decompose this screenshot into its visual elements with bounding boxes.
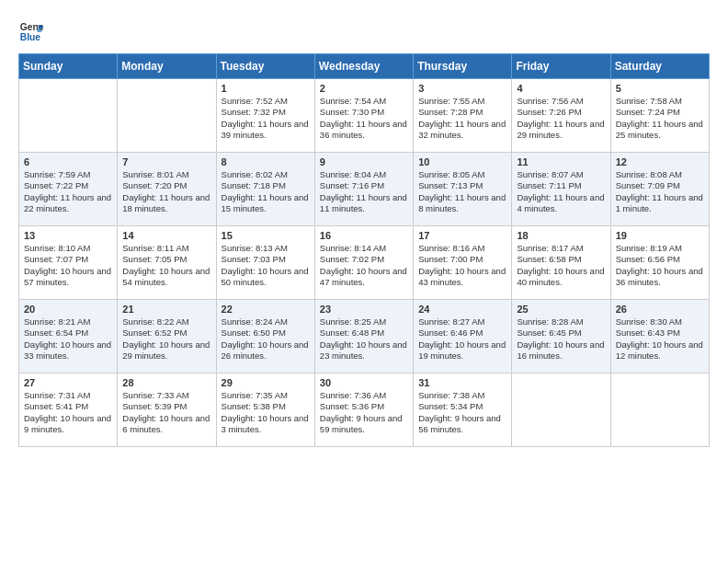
cell-content: Sunset: 7:03 PM [222, 254, 310, 265]
cell-content: Sunset: 7:05 PM [122, 254, 210, 265]
day-number: 5 [616, 83, 704, 94]
cell-content: Sunset: 5:34 PM [418, 401, 506, 412]
calendar-cell: 22Sunrise: 8:24 AMSunset: 6:50 PMDayligh… [216, 300, 314, 373]
day-number: 29 [222, 377, 310, 388]
calendar-cell: 8Sunrise: 8:02 AMSunset: 7:18 PMDaylight… [216, 153, 314, 226]
calendar-cell: 3Sunrise: 7:55 AMSunset: 7:28 PMDaylight… [414, 79, 512, 153]
day-header-friday: Friday [512, 54, 610, 79]
day-number: 19 [616, 230, 704, 241]
cell-content: Sunrise: 8:24 AM [222, 316, 310, 327]
day-number: 6 [24, 156, 112, 167]
cell-content: Daylight: 11 hours and 29 minutes. [517, 119, 605, 142]
day-number: 1 [222, 83, 310, 94]
cell-content: Daylight: 10 hours and 9 minutes. [24, 413, 112, 436]
cell-content: Sunrise: 8:28 AM [517, 316, 605, 327]
cell-content: Sunrise: 8:27 AM [418, 316, 506, 327]
cell-content: Sunset: 7:16 PM [320, 180, 408, 191]
day-header-wednesday: Wednesday [314, 54, 413, 79]
calendar-cell [512, 373, 610, 447]
day-number: 26 [616, 304, 704, 315]
calendar-cell: 4Sunrise: 7:56 AMSunset: 7:26 PMDaylight… [512, 79, 610, 153]
cell-content: Daylight: 10 hours and 12 minutes. [616, 339, 704, 362]
cell-content: Sunset: 7:13 PM [418, 180, 506, 191]
calendar-cell: 18Sunrise: 8:17 AMSunset: 6:58 PMDayligh… [512, 226, 610, 300]
cell-content: Sunset: 7:11 PM [517, 180, 605, 191]
cell-content: Daylight: 10 hours and 29 minutes. [122, 339, 210, 362]
cell-content: Daylight: 10 hours and 26 minutes. [222, 339, 310, 362]
cell-content: Sunset: 6:52 PM [122, 327, 210, 339]
cell-content: Sunrise: 7:31 AM [24, 390, 112, 401]
cell-content: Daylight: 11 hours and 1 minute. [616, 192, 704, 215]
cell-content: Sunrise: 8:25 AM [320, 316, 408, 327]
cell-content: Daylight: 11 hours and 8 minutes. [418, 192, 506, 215]
cell-content: Sunset: 6:50 PM [222, 327, 310, 339]
calendar-header-row: SundayMondayTuesdayWednesdayThursdayFrid… [19, 54, 710, 79]
cell-content: Daylight: 11 hours and 18 minutes. [122, 192, 210, 215]
calendar-cell: 28Sunrise: 7:33 AMSunset: 5:39 PMDayligh… [118, 373, 216, 447]
cell-content: Sunrise: 8:13 AM [222, 243, 310, 254]
day-number: 27 [24, 377, 112, 388]
calendar-cell: 9Sunrise: 8:04 AMSunset: 7:16 PMDaylight… [314, 153, 413, 226]
calendar-cell: 31Sunrise: 7:38 AMSunset: 5:34 PMDayligh… [414, 373, 512, 447]
day-number: 18 [517, 230, 605, 241]
cell-content: Sunset: 7:28 PM [418, 107, 506, 118]
day-number: 2 [320, 83, 408, 94]
cell-content: Sunset: 7:18 PM [222, 180, 310, 191]
cell-content: Sunset: 6:58 PM [517, 254, 605, 265]
cell-content: Sunset: 5:39 PM [122, 401, 210, 412]
day-number: 11 [517, 156, 605, 167]
cell-content: Sunrise: 8:16 AM [418, 243, 506, 254]
calendar-cell: 15Sunrise: 8:13 AMSunset: 7:03 PMDayligh… [216, 226, 314, 300]
cell-content: Sunrise: 8:14 AM [320, 243, 408, 254]
cell-content: Daylight: 10 hours and 40 minutes. [517, 266, 605, 289]
cell-content: Daylight: 9 hours and 56 minutes. [418, 413, 506, 436]
cell-content: Daylight: 10 hours and 33 minutes. [24, 339, 112, 362]
calendar-week-row: 20Sunrise: 8:21 AMSunset: 6:54 PMDayligh… [19, 300, 710, 373]
calendar-cell: 27Sunrise: 7:31 AMSunset: 5:41 PMDayligh… [19, 373, 118, 447]
cell-content: Sunset: 7:09 PM [616, 180, 704, 191]
calendar-cell: 12Sunrise: 8:08 AMSunset: 7:09 PMDayligh… [610, 153, 709, 226]
cell-content: Sunrise: 7:55 AM [418, 96, 506, 107]
cell-content: Sunset: 6:46 PM [418, 327, 506, 339]
cell-content: Sunrise: 7:54 AM [320, 96, 408, 107]
calendar-cell: 11Sunrise: 8:07 AMSunset: 7:11 PMDayligh… [512, 153, 610, 226]
day-number: 8 [222, 156, 310, 167]
day-header-sunday: Sunday [19, 54, 118, 79]
cell-content: Sunset: 7:24 PM [616, 107, 704, 118]
cell-content: Daylight: 9 hours and 59 minutes. [320, 413, 408, 436]
calendar-cell: 6Sunrise: 7:59 AMSunset: 7:22 PMDaylight… [19, 153, 118, 226]
cell-content: Sunset: 7:22 PM [24, 180, 112, 191]
cell-content: Sunset: 5:36 PM [320, 401, 408, 412]
calendar-cell: 1Sunrise: 7:52 AMSunset: 7:32 PMDaylight… [216, 79, 314, 153]
calendar-cell: 7Sunrise: 8:01 AMSunset: 7:20 PMDaylight… [118, 153, 216, 226]
cell-content: Sunrise: 8:07 AM [517, 169, 605, 180]
calendar-week-row: 1Sunrise: 7:52 AMSunset: 7:32 PMDaylight… [19, 79, 710, 153]
cell-content: Sunrise: 8:04 AM [320, 169, 408, 180]
cell-content: Sunrise: 7:59 AM [24, 169, 112, 180]
cell-content: Sunset: 6:45 PM [517, 327, 605, 339]
calendar-week-row: 6Sunrise: 7:59 AMSunset: 7:22 PMDaylight… [19, 153, 710, 226]
day-number: 23 [320, 304, 408, 315]
cell-content: Sunrise: 7:58 AM [616, 96, 704, 107]
cell-content: Sunrise: 7:38 AM [418, 390, 506, 401]
cell-content: Sunrise: 7:33 AM [122, 390, 210, 401]
day-number: 31 [418, 377, 506, 388]
cell-content: Daylight: 10 hours and 3 minutes. [222, 413, 310, 436]
cell-content: Daylight: 10 hours and 43 minutes. [418, 266, 506, 289]
calendar-cell [19, 79, 118, 153]
day-number: 4 [517, 83, 605, 94]
calendar-week-row: 27Sunrise: 7:31 AMSunset: 5:41 PMDayligh… [19, 373, 710, 447]
day-header-thursday: Thursday [414, 54, 512, 79]
cell-content: Sunset: 7:00 PM [418, 254, 506, 265]
cell-content: Sunrise: 8:21 AM [24, 316, 112, 327]
logo-icon: General Blue [18, 18, 44, 44]
cell-content: Sunrise: 8:11 AM [122, 243, 210, 254]
cell-content: Daylight: 10 hours and 57 minutes. [24, 266, 112, 289]
cell-content: Sunset: 6:43 PM [616, 327, 704, 339]
calendar-cell: 13Sunrise: 8:10 AMSunset: 7:07 PMDayligh… [19, 226, 118, 300]
cell-content: Daylight: 10 hours and 47 minutes. [320, 266, 408, 289]
day-number: 10 [418, 156, 506, 167]
day-number: 30 [320, 377, 408, 388]
calendar-cell: 29Sunrise: 7:35 AMSunset: 5:38 PMDayligh… [216, 373, 314, 447]
calendar-cell: 20Sunrise: 8:21 AMSunset: 6:54 PMDayligh… [19, 300, 118, 373]
